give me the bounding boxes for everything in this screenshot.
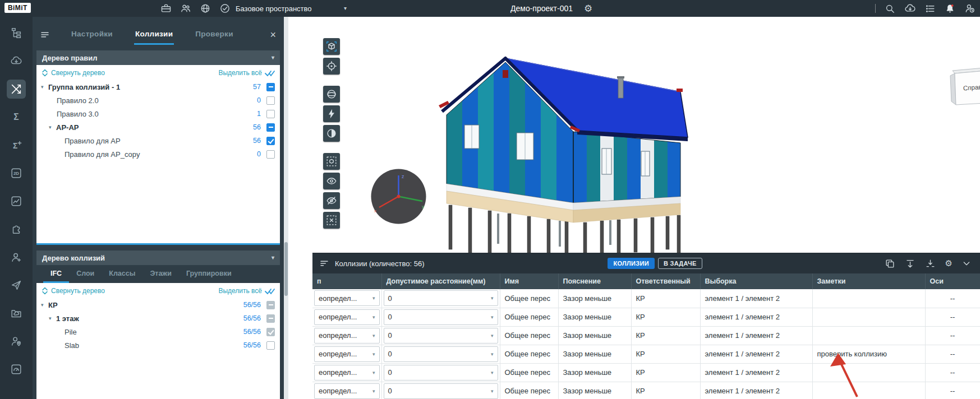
tree-node[interactable]: Правило 3.01 [36, 107, 280, 120]
search-icon[interactable] [885, 3, 895, 14]
checkbox[interactable] [266, 341, 275, 350]
clear-selection-button[interactable] [323, 212, 340, 229]
cell-note[interactable] [812, 326, 925, 345]
collapse-panel-icon[interactable] [962, 259, 971, 268]
table-row[interactable]: еопредел...▾ 0▾ Общее перес Зазор меньше… [312, 308, 980, 326]
navigation-cube[interactable]: Справа [947, 64, 980, 112]
select-all-link[interactable]: Выделить всё [218, 287, 275, 295]
distance-dropdown[interactable]: 0▾ [384, 346, 498, 362]
type-dropdown[interactable]: еопредел...▾ [314, 290, 380, 306]
show-button[interactable] [323, 173, 340, 189]
column-header-axes[interactable]: Оси [925, 273, 980, 289]
tree-node[interactable]: Правило 2.00 [36, 94, 280, 107]
tree-node[interactable]: ▾1 этаж56/56 [36, 312, 280, 325]
rail-item-model-tree[interactable] [7, 24, 26, 43]
tree-node[interactable]: Правило для АР56 [36, 134, 280, 147]
distance-dropdown[interactable]: 0▾ [384, 328, 498, 344]
checkbox[interactable] [266, 301, 275, 309]
users-icon[interactable] [180, 3, 191, 14]
focus-button[interactable] [323, 58, 340, 75]
import-icon[interactable] [905, 258, 915, 269]
panel-splitter[interactable] [36, 243, 280, 245]
type-dropdown[interactable]: еопредел...▾ [314, 309, 380, 325]
tree-node[interactable]: Slab56/56 [36, 338, 280, 352]
axis-gizmo[interactable]: z x y [369, 167, 428, 226]
rail-item-view-2d[interactable]: 2D [7, 164, 26, 183]
tree-node[interactable]: ▾АР-АР56 [36, 120, 280, 134]
globe-icon[interactable] [200, 3, 211, 14]
rail-item-dashboard[interactable] [7, 360, 26, 379]
menu-icon[interactable] [40, 30, 50, 40]
subtab-layers[interactable]: Слои [69, 265, 102, 283]
list-icon[interactable] [925, 3, 936, 14]
column-header-notes[interactable]: Заметки [812, 273, 925, 289]
cell-note[interactable] [812, 308, 925, 326]
fit-view-button[interactable] [323, 38, 340, 55]
cell-note[interactable] [812, 289, 925, 308]
tree-node[interactable]: ▾КР56/56 [36, 298, 280, 312]
rail-item-sum[interactable]: Σ [7, 108, 26, 127]
cloud-download-icon[interactable] [904, 3, 916, 15]
type-dropdown[interactable]: еопредел...▾ [314, 346, 380, 362]
check-circle-icon[interactable] [219, 3, 231, 14]
column-header-responsible[interactable]: Ответственный [631, 273, 700, 289]
rail-item-publish[interactable] [7, 276, 26, 295]
checkbox[interactable] [266, 137, 275, 145]
tree-node[interactable]: Pile56/56 [36, 325, 280, 338]
distance-dropdown[interactable]: 0▾ [384, 365, 498, 381]
export-icon[interactable] [925, 258, 936, 269]
rules-tree-header[interactable]: Дерево правил ▾ [36, 50, 280, 65]
rail-item-cloud-download[interactable] [7, 52, 26, 71]
close-icon[interactable]: × [270, 30, 276, 40]
distance-dropdown[interactable]: 0▾ [384, 383, 498, 399]
table-settings-icon[interactable]: ⚙ [945, 259, 953, 268]
checkbox[interactable] [266, 314, 275, 323]
collision-tree-header[interactable]: Дерево коллизий ▾ [36, 250, 280, 265]
column-header-selection[interactable]: Выборка [700, 273, 812, 289]
rail-item-add-user[interactable] [7, 248, 26, 267]
caret-down-icon[interactable]: ▾ [49, 124, 56, 130]
type-dropdown[interactable]: еопредел...▾ [314, 365, 380, 381]
rail-item-user-location[interactable] [7, 332, 26, 351]
checkbox[interactable] [266, 110, 275, 118]
rail-item-graphs[interactable] [7, 192, 26, 211]
briefcase-icon[interactable] [160, 3, 172, 14]
tab-settings[interactable]: Настройки [70, 25, 114, 45]
checkbox[interactable] [266, 328, 275, 336]
collapse-tree-link[interactable]: Свернуть дерево [42, 69, 105, 77]
table-row[interactable]: еопредел...▾ 0▾ Общее перес Зазор меньше… [312, 326, 980, 345]
distance-dropdown[interactable]: 0▾ [384, 290, 498, 306]
rail-item-clash-detection[interactable] [7, 80, 26, 99]
select-box-button[interactable] [323, 153, 340, 170]
column-header-distance[interactable]: Допустимое расстояние(мм) [381, 273, 500, 289]
tree-node[interactable]: Правило для АР_copy0 [36, 147, 280, 161]
hide-button[interactable] [323, 192, 340, 209]
collisions-toggle-button[interactable]: КОЛЛИЗИИ [608, 258, 654, 269]
rail-item-sum-plus[interactable]: Σ [7, 136, 26, 155]
workspace-selector[interactable]: Базовое пространство ▾ [236, 0, 347, 17]
table-row[interactable]: еопредел...▾ 0▾ Общее перес Зазор меньше… [312, 345, 980, 363]
caret-down-icon[interactable]: ▾ [41, 84, 48, 90]
table-row[interactable]: еопредел...▾ 0▾ Общее перес Зазор меньше… [312, 382, 980, 399]
column-header-explanation[interactable]: Пояснение [558, 273, 631, 289]
copy-icon[interactable] [885, 258, 895, 269]
column-header-type[interactable]: п [312, 273, 381, 289]
subtab-classes[interactable]: Классы [102, 265, 142, 283]
user-session-icon[interactable] [964, 3, 976, 14]
quick-actions-button[interactable] [323, 105, 340, 122]
subtab-ifc[interactable]: IFC [43, 265, 69, 283]
cell-note[interactable] [812, 382, 925, 399]
notifications-bell-icon[interactable] [945, 3, 955, 14]
filter-list-icon[interactable] [319, 258, 329, 268]
subtab-floors[interactable]: Этажи [142, 265, 179, 283]
tree-node[interactable]: ▾Группа коллизий - 157 [36, 80, 280, 94]
rail-item-plugins[interactable] [7, 220, 26, 239]
select-all-link[interactable]: Выделить всё [218, 69, 275, 77]
caret-down-icon[interactable]: ▾ [49, 316, 56, 321]
cell-note[interactable]: проверить коллизию [812, 345, 925, 363]
section-button[interactable] [323, 125, 340, 142]
scrollbar-thumb[interactable] [284, 242, 288, 296]
column-header-name[interactable]: Имя [500, 273, 558, 289]
cell-note[interactable] [812, 363, 925, 382]
tab-checks[interactable]: Проверки [194, 25, 234, 45]
